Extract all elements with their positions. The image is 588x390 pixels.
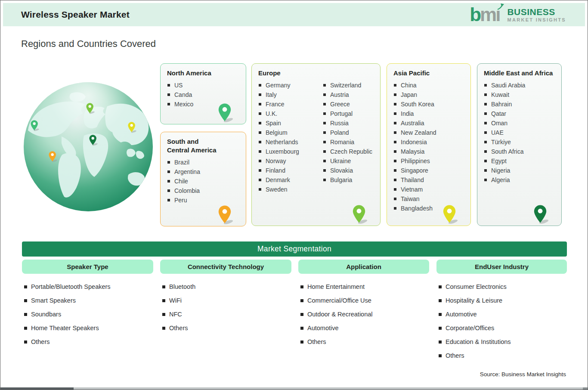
list-item-label: Others — [446, 352, 464, 359]
list-item-label: Japan — [401, 90, 417, 99]
bullet-square-icon — [162, 313, 165, 316]
segment-header-speaker-type: Speaker Type — [22, 260, 153, 274]
list-item-label: Austria — [330, 90, 349, 99]
list-item-label: Saudi Arabia — [491, 80, 525, 90]
list-item: Outdoor & Recreational — [300, 307, 430, 321]
list-item: Others — [162, 321, 291, 335]
bullet-square-icon — [484, 112, 487, 115]
list-item: Slovakia — [322, 166, 375, 175]
list-item-label: Greece — [330, 99, 350, 109]
list-item-label: Education & Institutions — [446, 338, 511, 345]
bullet-square-icon — [484, 141, 487, 143]
header-band: Wireless Speaker Market bmı BUSINESS MAR… — [3, 3, 585, 26]
region-title: Europe — [258, 69, 375, 77]
country-list: GermanyItalyFranceU.K.SpainBelgiumNether… — [257, 80, 322, 194]
bullet-square-icon — [323, 131, 326, 134]
bullet-square-icon — [259, 84, 261, 87]
region-card-south-central-america: South and Central America BrazilArgentin… — [160, 132, 246, 226]
list-item: Corporate/Offices — [439, 321, 568, 335]
list-item: Others — [24, 335, 153, 349]
bullet-square-icon — [439, 285, 442, 288]
bullet-square-icon — [259, 103, 261, 105]
list-item: Consumer Electronics — [439, 280, 568, 294]
scrollbar-thumb[interactable] — [0, 387, 74, 390]
list-item: US — [166, 80, 241, 90]
list-item-label: Argentina — [174, 167, 200, 176]
list-item-label: Consumer Electronics — [446, 283, 507, 290]
list-item-label: Kuwait — [491, 90, 509, 99]
list-item: Argentina — [166, 167, 241, 176]
bullet-square-icon — [394, 141, 396, 143]
bullet-square-icon — [394, 169, 396, 172]
list-item-label: UAE — [491, 128, 504, 137]
bullet-square-icon — [259, 188, 261, 191]
list-item: Russia — [322, 118, 375, 128]
list-item-label: Nigeria — [491, 166, 510, 175]
bullet-square-icon — [300, 327, 303, 330]
scrollbar-corner — [583, 387, 588, 390]
list-item-label: Australia — [401, 118, 424, 128]
list-item: Soundbars — [24, 307, 153, 321]
bullet-square-icon — [167, 93, 170, 96]
globe-gloss — [24, 82, 153, 211]
list-item-label: Ukraine — [330, 156, 351, 166]
region-title-line: Central America — [167, 146, 241, 155]
list-item-label: Others — [31, 338, 50, 345]
map-pin-icon — [218, 103, 235, 123]
list-item: Germany — [257, 80, 322, 90]
list-item: Peru — [166, 195, 241, 205]
list-item-label: Others — [169, 325, 188, 331]
list-item-label: New Zealand — [401, 128, 436, 137]
map-pin-icon — [443, 205, 459, 224]
list-item-label: Taiwan — [401, 194, 420, 204]
bullet-square-icon — [484, 169, 487, 172]
country-list: Saudi ArabiaKuwaitBahrainQatarOmanUAETür… — [483, 80, 556, 185]
list-item: Bulgaria — [322, 175, 375, 185]
bullet-square-icon — [394, 150, 396, 153]
list-item: Netherlands — [257, 137, 322, 147]
list-item: Vietnam — [393, 185, 465, 194]
list-item-label: US — [174, 80, 183, 90]
list-item: UAE — [483, 128, 556, 137]
list-item-label: Portugal — [330, 109, 353, 118]
bullet-square-icon — [323, 112, 326, 115]
list-item: Bahrain — [483, 99, 556, 109]
list-item: Oman — [483, 118, 556, 128]
market-segmentation-banner: Market Segmentation — [22, 241, 567, 257]
bullet-square-icon — [323, 179, 326, 181]
list-item-label: Switzerland — [330, 80, 361, 90]
brand-line1: BUSINESS — [507, 7, 566, 16]
bullet-square-icon — [259, 169, 261, 172]
bullet-square-icon — [394, 198, 396, 200]
list-item: Australia — [393, 118, 465, 128]
segment-list-connectivity-technology: BluetoothWiFiNFCOthers — [162, 280, 291, 335]
bullet-square-icon — [394, 112, 396, 115]
region-card-north-america: North America USCandaMexico — [160, 63, 246, 124]
list-item: Education & Institutions — [439, 335, 568, 349]
bullet-square-icon — [484, 103, 487, 105]
list-item: Philippines — [393, 156, 465, 166]
list-item: Others — [439, 349, 568, 362]
list-item-label: WiFi — [169, 297, 182, 304]
list-item-label: Others — [307, 338, 326, 345]
bullet-square-icon — [439, 327, 442, 330]
bullet-square-icon — [259, 122, 261, 124]
bullet-square-icon — [394, 93, 396, 96]
list-item-label: Portable/Bluetooth Speakers — [31, 283, 111, 290]
region-title-line: Middle East and Africa — [484, 69, 556, 77]
region-title-line: North America — [167, 69, 241, 77]
list-item: Taiwan — [393, 194, 465, 204]
country-list: SwitzerlandAustriaGreecePortugalRussiaPo… — [322, 80, 375, 194]
bmi-logo-mark: bmı — [470, 6, 503, 23]
bullet-square-icon — [259, 93, 261, 96]
horizontal-scrollbar[interactable] — [0, 387, 588, 390]
list-item-label: China — [401, 80, 417, 90]
list-item: South Korea — [393, 99, 465, 109]
bullet-square-icon — [167, 180, 170, 183]
bullet-square-icon — [484, 160, 487, 162]
bullet-square-icon — [167, 170, 170, 173]
logo-arrow-icon — [497, 3, 504, 11]
list-item-label: Italy — [266, 90, 277, 99]
bullet-square-icon — [300, 299, 303, 302]
page-title: Wireless Speaker Market — [21, 9, 130, 20]
